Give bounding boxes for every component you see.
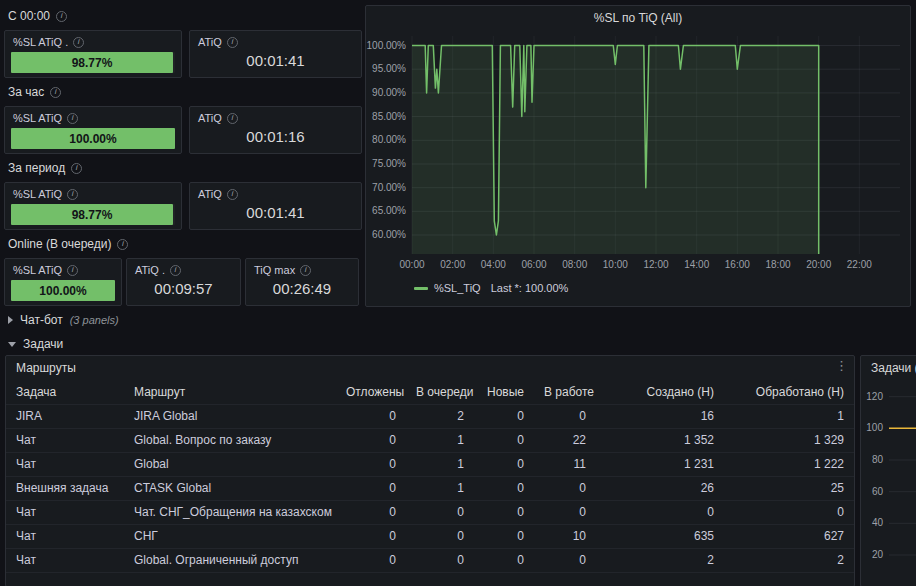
table-cell: 26 xyxy=(596,476,724,500)
panel-title[interactable]: ATiQ xyxy=(198,36,222,48)
panel-title[interactable]: %SL ATiQ xyxy=(13,112,62,124)
panel-title[interactable]: TiQ max xyxy=(254,264,295,276)
table-cell: 0 xyxy=(474,428,534,452)
section-header-since-midnight: С 00:00 xyxy=(8,8,362,24)
column-header[interactable]: Отложены xyxy=(336,380,406,404)
table-header-row: ЗадачаМаршрутОтложеныВ очереди↓НовыеВ ра… xyxy=(6,380,854,404)
stat-panel-atiq: ATiQ 00:01:41 xyxy=(189,30,362,78)
info-icon[interactable] xyxy=(73,37,84,48)
stat-value: 00:01:41 xyxy=(190,52,361,69)
column-header[interactable]: Новые xyxy=(474,380,534,404)
panel-title[interactable]: %SL ATiQ xyxy=(13,188,62,200)
stat-panel-sl-atiq: %SL ATiQ 100.00% xyxy=(4,258,122,306)
info-icon[interactable] xyxy=(67,113,78,124)
info-icon[interactable] xyxy=(300,265,311,276)
table-cell: 16 xyxy=(596,404,724,428)
info-icon[interactable] xyxy=(117,239,128,250)
info-icon[interactable] xyxy=(227,37,238,48)
table-row: ЧатGlobal. Вопрос по заказу010221 3521 3… xyxy=(6,428,854,452)
sl-gauge-value: 98.77% xyxy=(72,56,113,70)
column-header[interactable]: Задача xyxy=(6,380,124,404)
info-icon[interactable] xyxy=(50,87,61,98)
panel-title[interactable]: %SL ATiQ . xyxy=(13,36,68,48)
info-icon[interactable] xyxy=(227,113,238,124)
row-title: Задачи xyxy=(23,337,63,351)
table-cell: 0 xyxy=(336,548,406,572)
sl-gauge-track: 98.77% xyxy=(11,204,175,225)
table-cell: Чат. СНГ_Обращения на казахском xyxy=(124,500,336,524)
table-cell: 25 xyxy=(724,476,854,500)
info-icon[interactable] xyxy=(170,265,181,276)
row-title: Чат-бот xyxy=(20,313,63,327)
svg-text:60.00%: 60.00% xyxy=(372,229,406,240)
section-title: Online (В очереди) xyxy=(8,237,111,251)
info-icon[interactable] xyxy=(71,163,82,174)
table-cell: 0 xyxy=(534,476,596,500)
panel-title[interactable]: ATiQ xyxy=(198,188,222,200)
section-title: С 00:00 xyxy=(8,9,50,23)
table-cell: Чат xyxy=(6,428,124,452)
section-title: За час xyxy=(8,85,44,99)
table-cell: Global. Вопрос по заказу xyxy=(124,428,336,452)
section-header-period: За период xyxy=(8,160,362,176)
sl-gauge-value: 98.77% xyxy=(72,208,113,222)
section-header-online: Online (В очереди) xyxy=(8,236,362,252)
table-row: ЧатЧат. СНГ_Обращения на казахском000000 xyxy=(6,500,854,524)
table-cell: 0 xyxy=(336,500,406,524)
svg-text:14:00: 14:00 xyxy=(684,259,709,270)
stat-value: 00:09:57 xyxy=(127,280,240,297)
svg-text:04:00: 04:00 xyxy=(481,259,506,270)
sl-gauge-value: 100.00% xyxy=(69,132,116,146)
tasks-timeseries-chart[interactable]: 12010080604020 xyxy=(861,380,916,580)
sl-gauge-bar: 100.00% xyxy=(11,128,175,149)
column-header[interactable]: Создано (Н) xyxy=(596,380,724,404)
table-cell: 1 329 xyxy=(724,428,854,452)
info-icon[interactable] xyxy=(56,11,67,22)
grafana-dashboard: С 00:00 %SL ATiQ . 98.77% ATiQ 00:01:41 … xyxy=(0,0,916,586)
sl-tiq-timeseries-chart[interactable]: 60.00%65.00%70.00%75.00%80.00%85.00%90.0… xyxy=(366,30,908,276)
info-icon[interactable] xyxy=(67,265,78,276)
panel-title[interactable]: %SL ATiQ xyxy=(13,264,62,276)
panel-row: %SL ATiQ 98.77% ATiQ 00:01:41 xyxy=(4,182,362,230)
table-cell: 0 xyxy=(724,500,854,524)
table-panel-header[interactable]: Маршруты xyxy=(6,356,854,380)
column-header[interactable]: Обработано (Н) xyxy=(724,380,854,404)
row-toggle-chatbot[interactable]: Чат-бот (3 panels) xyxy=(8,313,119,327)
legend-series-swatch xyxy=(414,287,428,290)
table-cell: 0 xyxy=(596,500,724,524)
info-icon[interactable] xyxy=(227,189,238,200)
table-cell: 0 xyxy=(406,524,474,548)
panel-title[interactable]: ATiQ xyxy=(198,112,222,124)
stat-value: 00:26:49 xyxy=(246,280,358,297)
chart-panel-header[interactable]: %SL по TiQ (All) xyxy=(366,6,910,30)
table-cell: 1 xyxy=(406,476,474,500)
routes-table: ЗадачаМаршрутОтложеныВ очереди↓НовыеВ ра… xyxy=(6,380,854,573)
table-row: JIRAJIRA Global0200161 xyxy=(6,404,854,428)
panel-title[interactable]: ATiQ . xyxy=(135,264,165,276)
table-cell: 627 xyxy=(724,524,854,548)
panel-row: %SL ATiQ . 98.77% ATiQ 00:01:41 xyxy=(4,30,362,78)
stat-panel-sl-atiq: %SL ATiQ 100.00% xyxy=(4,106,182,154)
svg-text:18:00: 18:00 xyxy=(765,259,790,270)
sl-tiq-chart-panel: %SL по TiQ (All) 60.00%65.00%70.00%75.00… xyxy=(365,5,911,307)
table-cell: 1 xyxy=(724,404,854,428)
legend-series-name[interactable]: %SL_TiQ xyxy=(434,282,481,294)
row-panel-count: (3 panels) xyxy=(70,314,119,326)
svg-text:75.00%: 75.00% xyxy=(372,158,406,169)
svg-text:80: 80 xyxy=(872,454,884,465)
column-header[interactable]: В работе xyxy=(534,380,596,404)
stat-value: 00:01:16 xyxy=(190,128,361,145)
table-row: ЧатСНГ00010635627 xyxy=(6,524,854,548)
row-toggle-zadachi[interactable]: Задачи xyxy=(8,337,63,351)
info-icon[interactable] xyxy=(67,189,78,200)
kebab-menu-icon[interactable] xyxy=(835,358,848,373)
svg-text:100.00%: 100.00% xyxy=(367,40,407,51)
stat-value: 00:01:41 xyxy=(190,204,361,221)
tasks-chart-header[interactable]: Задачи (All) xyxy=(861,356,916,380)
table-cell: 1 222 xyxy=(724,452,854,476)
table-cell: Global xyxy=(124,452,336,476)
column-header[interactable]: В очереди↓ xyxy=(406,380,474,404)
svg-text:90.00%: 90.00% xyxy=(372,87,406,98)
column-header[interactable]: Маршрут xyxy=(124,380,336,404)
table-cell: 0 xyxy=(534,548,596,572)
